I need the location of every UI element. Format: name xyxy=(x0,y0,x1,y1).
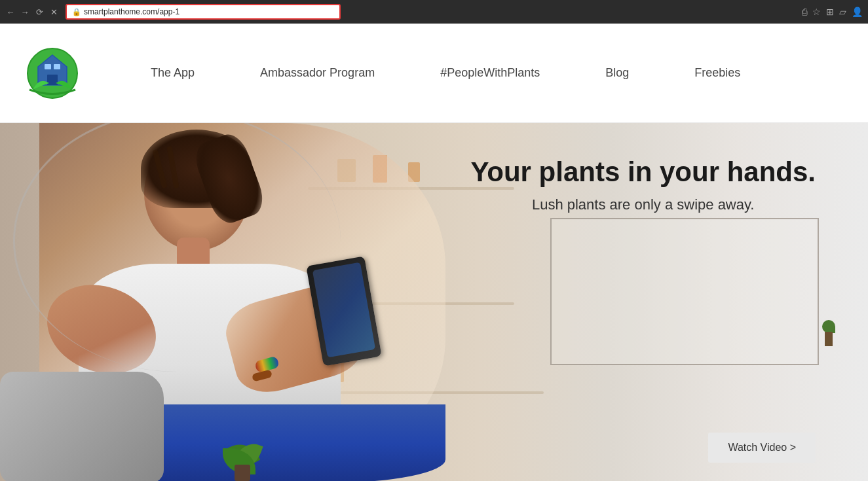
nav-people-with-plants[interactable]: #PeopleWithPlants xyxy=(407,66,573,80)
lock-icon: 🔒 xyxy=(72,8,81,16)
hero-subtitle: Lush plants are only a swipe away. xyxy=(470,196,816,213)
browser-chrome: ← → ⟳ ✕ 🔒 smartplanthome.com/app-1 ⎙ ☆ ⊞… xyxy=(0,0,868,24)
url-text: smartplanthome.com/app-1 xyxy=(84,7,179,16)
nav-blog[interactable]: Blog xyxy=(573,66,662,80)
forward-button[interactable]: → xyxy=(20,7,30,17)
browser-actions: ⎙ ☆ ⊞ ▱ 👤 xyxy=(802,7,863,17)
svg-rect-2 xyxy=(47,75,58,85)
back-button[interactable]: ← xyxy=(5,7,16,17)
nav-the-app[interactable]: The App xyxy=(118,66,227,80)
bookmark-icon[interactable]: ☆ xyxy=(812,7,821,17)
profile-icon[interactable]: 👤 xyxy=(852,7,863,17)
watch-video-button[interactable]: Watch Video > xyxy=(708,433,816,463)
share-icon[interactable]: ⎙ xyxy=(802,7,807,17)
extensions-icon[interactable]: ⊞ xyxy=(826,7,834,17)
logo[interactable] xyxy=(26,47,79,99)
reload-button[interactable]: ⟳ xyxy=(34,7,45,17)
address-bar[interactable]: 🔒 smartplanthome.com/app-1 xyxy=(66,4,341,20)
video-placeholder xyxy=(550,218,819,365)
site-header: The App Ambassador Program #PeopleWithPl… xyxy=(0,24,868,123)
nav-freebies[interactable]: Freebies xyxy=(662,66,773,80)
main-nav: The App Ambassador Program #PeopleWithPl… xyxy=(118,66,842,80)
svg-rect-4 xyxy=(54,64,60,69)
hero-content: Your plants in your hands. Lush plants a… xyxy=(470,156,816,213)
hero-section: Your plants in your hands. Lush plants a… xyxy=(0,123,868,481)
plant-decoration xyxy=(216,396,269,481)
split-icon[interactable]: ▱ xyxy=(839,7,846,17)
nav-ambassador-program[interactable]: Ambassador Program xyxy=(227,66,407,80)
svg-rect-3 xyxy=(45,64,51,69)
hero-title: Your plants in your hands. xyxy=(470,156,816,188)
close-button[interactable]: ✕ xyxy=(48,7,59,17)
